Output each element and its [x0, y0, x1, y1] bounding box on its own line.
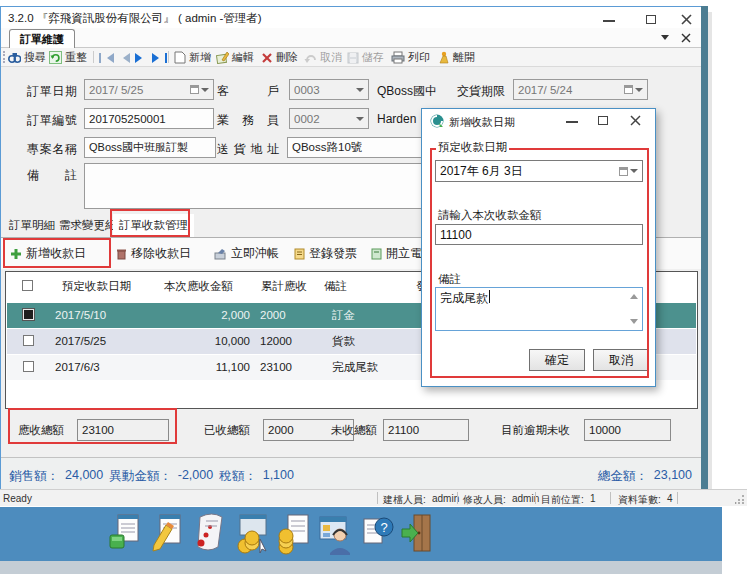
screen: 3.2.0 『弈飛資訊股份有限公司』 ( admin -管理者) 訂單維護: [0, 0, 750, 574]
scroll-up-icon[interactable]: [630, 290, 638, 299]
add-payment-date-label: 新增收款日: [26, 245, 86, 262]
order-no-field[interactable]: 201705250001: [84, 108, 214, 129]
row-checkbox[interactable]: [23, 309, 34, 320]
svg-text:?: ?: [380, 520, 387, 535]
dialog-cancel-button[interactable]: 取消: [593, 349, 649, 371]
nav-last-button[interactable]: [152, 50, 167, 65]
exit-icon: [438, 51, 450, 64]
header-amount[interactable]: 本次應收金額: [164, 272, 233, 300]
invoice-icon: [294, 248, 305, 260]
settle-now-button[interactable]: 立即沖帳: [214, 245, 279, 262]
order-no-label: 訂單編號: [27, 112, 77, 129]
minimize-icon[interactable]: [603, 20, 615, 22]
toolbar-grip: [3, 247, 8, 259]
header-date[interactable]: 預定收款日期: [62, 272, 131, 300]
cell-accum: 2000: [260, 303, 286, 328]
search-icon: [8, 51, 21, 64]
nav-prev-button[interactable]: [118, 50, 130, 65]
customer-service-icon[interactable]: [318, 513, 352, 555]
title-bar: 3.2.0 『弈飛資訊股份有限公司』 ( admin -管理者): [1, 7, 701, 28]
dialog-ok-button[interactable]: 確定: [529, 349, 585, 371]
order-no-value: 201705250001: [89, 113, 166, 125]
project-value: QBoss國中班服訂製: [89, 140, 188, 155]
dialog-note-label: 備註: [436, 272, 463, 287]
sales-amount-label: 銷售額：: [9, 468, 59, 485]
select-all-checkbox[interactable]: [22, 280, 33, 291]
settle-icon: [214, 248, 227, 260]
sales-select[interactable]: 0002: [289, 108, 369, 129]
tab-payment-mgmt[interactable]: 訂單收款管理: [113, 214, 194, 237]
edit-button[interactable]: 編輯: [216, 50, 254, 65]
nav-first-button[interactable]: [99, 50, 114, 65]
dialog-close-icon[interactable]: [630, 115, 641, 126]
scroll-down-icon[interactable]: [630, 319, 638, 328]
dialog-note-textarea[interactable]: 完成尾款: [435, 287, 643, 331]
nav-next-button[interactable]: [135, 50, 147, 65]
dialog-title: 新增收款日期: [449, 115, 515, 130]
tab-order-maintenance[interactable]: 訂單維護: [9, 29, 75, 49]
window-right-border: [701, 6, 708, 489]
resize-grip-icon[interactable]: [735, 494, 745, 504]
add-payment-date-button[interactable]: 新增收款日: [10, 245, 86, 262]
project-field[interactable]: QBoss國中班服訂製: [84, 137, 216, 158]
edit-label: 編輯: [232, 50, 254, 65]
cell-date: 2017/5/10: [55, 303, 106, 328]
dialog-app-icon: [430, 114, 444, 128]
row-checkbox[interactable]: [23, 361, 34, 372]
panel-close-icon[interactable]: [681, 33, 691, 43]
cell-date: 2017/6/3: [55, 355, 100, 380]
grand-total-label: 總金額：: [598, 468, 648, 485]
tab-strip: 訂單維護: [1, 28, 701, 48]
help-icon[interactable]: ?: [360, 513, 394, 555]
remove-payment-date-label: 移除收款日: [131, 245, 191, 262]
checkout-payment-icon[interactable]: [234, 513, 268, 555]
register-invoice-button[interactable]: 登錄發票: [294, 245, 357, 262]
search-label: 搜尋: [24, 50, 46, 65]
order-date-field[interactable]: 2017/ 5/25: [84, 79, 214, 100]
pin-down-icon[interactable]: [661, 35, 669, 44]
header-select-all[interactable]: [6, 272, 50, 300]
receivables-icon[interactable]: [276, 513, 310, 555]
overdue-value: 10000: [589, 424, 621, 436]
edit-order-icon[interactable]: [150, 513, 184, 555]
deadline-field[interactable]: 2017/ 5/24: [513, 79, 648, 100]
exit-button[interactable]: 離開: [438, 50, 475, 65]
dialog-date-field[interactable]: 2017年 6月 3日: [435, 160, 643, 182]
dialog-date-value: 2017年 6月 3日: [440, 163, 523, 180]
address-value: QBoss路10號: [292, 140, 362, 155]
new-order-icon[interactable]: [108, 513, 142, 555]
dialog-maximize-icon[interactable]: [598, 116, 608, 125]
position-value: 1: [590, 493, 596, 504]
refresh-button[interactable]: 重整: [49, 50, 87, 65]
dialog-amount-input[interactable]: 11100: [435, 224, 643, 245]
delete-button[interactable]: 刪除: [261, 50, 298, 65]
cell-accum: 12000: [260, 329, 292, 354]
search-button[interactable]: 搜尋: [8, 50, 46, 65]
row-checkbox[interactable]: [23, 335, 34, 346]
header-note[interactable]: 備註: [324, 272, 347, 300]
count-label: 資料筆數:: [618, 493, 661, 507]
customer-select[interactable]: 0003: [289, 79, 369, 100]
dropdown-arrow-icon[interactable]: [635, 88, 643, 96]
close-icon[interactable]: [681, 14, 692, 25]
dialog-minimize-icon[interactable]: [566, 121, 578, 123]
register-invoice-label: 登錄發票: [309, 245, 357, 262]
print-button[interactable]: 列印: [391, 50, 430, 65]
dropdown-arrow-icon[interactable]: [630, 169, 638, 177]
receivable-total-label: 應收總額: [18, 423, 64, 438]
main-toolbar: 搜尋 重整: [1, 48, 701, 67]
exit-door-icon[interactable]: [400, 513, 434, 555]
header-accum[interactable]: 累計應收: [261, 272, 307, 300]
order-report-icon[interactable]: [192, 513, 226, 555]
status-bar: Ready 建檔人員: admin 修改人員: admin 目前位置: 1 資料…: [0, 489, 747, 506]
remove-payment-date-button[interactable]: 移除收款日: [116, 245, 191, 262]
maximize-icon[interactable]: [646, 15, 656, 24]
dropdown-arrow-icon[interactable]: [356, 117, 364, 125]
dropdown-arrow-icon[interactable]: [356, 88, 364, 96]
calendar-icon: [190, 85, 199, 94]
cell-amount: 11,100: [155, 355, 250, 380]
dropdown-arrow-icon[interactable]: [201, 88, 209, 96]
sales-label: 業 務 員: [217, 112, 279, 129]
new-button[interactable]: 新增: [174, 50, 211, 65]
taskbar-strip: [0, 561, 722, 574]
